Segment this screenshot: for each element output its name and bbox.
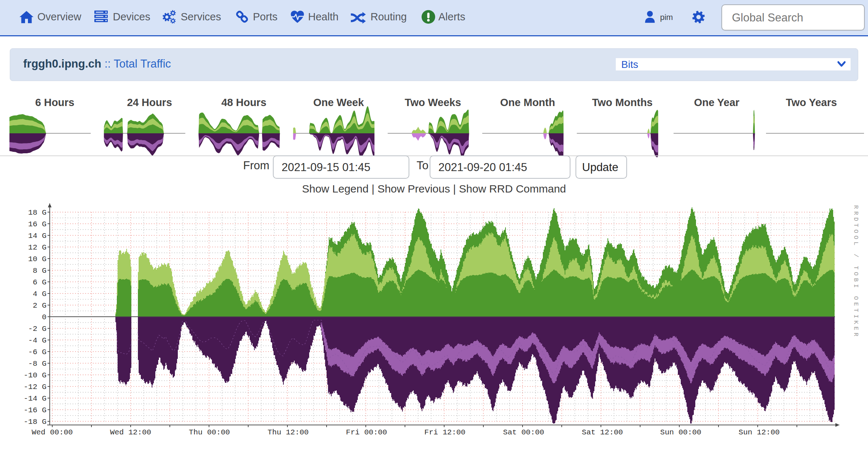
svg-text:One Year: One Year bbox=[694, 97, 739, 108]
svg-text:6 G: 6 G bbox=[33, 278, 46, 287]
svg-text:0: 0 bbox=[42, 313, 46, 321]
svg-text:4 G: 4 G bbox=[33, 290, 46, 298]
svg-text:Fri 12:00: Fri 12:00 bbox=[424, 428, 465, 437]
svg-text:Thu 00:00: Thu 00:00 bbox=[189, 428, 230, 437]
svg-text:8 G: 8 G bbox=[33, 267, 46, 275]
svg-text:-6 G: -6 G bbox=[28, 348, 46, 356]
svg-text:Wed 00:00: Wed 00:00 bbox=[32, 428, 73, 437]
svg-text:18 G: 18 G bbox=[28, 208, 46, 217]
svg-text:-2 G: -2 G bbox=[28, 325, 46, 333]
svg-text:Sun 12:00: Sun 12:00 bbox=[738, 428, 779, 437]
svg-text:Two Months: Two Months bbox=[592, 97, 653, 108]
svg-text:Thu 12:00: Thu 12:00 bbox=[267, 428, 308, 437]
svg-text:-8 G: -8 G bbox=[28, 360, 46, 368]
svg-text:Two Weeks: Two Weeks bbox=[405, 97, 461, 108]
svg-text:-14 G: -14 G bbox=[24, 394, 46, 403]
svg-text:Sun 00:00: Sun 00:00 bbox=[660, 428, 701, 437]
svg-text:-10 G: -10 G bbox=[24, 371, 46, 380]
svg-text:-12 G: -12 G bbox=[24, 383, 46, 391]
svg-text:2 G: 2 G bbox=[33, 301, 46, 310]
svg-text:16 G: 16 G bbox=[28, 220, 46, 228]
svg-text:Sat 12:00: Sat 12:00 bbox=[582, 428, 623, 437]
svg-text:6 Hours: 6 Hours bbox=[35, 97, 74, 108]
svg-text:10 G: 10 G bbox=[28, 255, 46, 263]
svg-text:48 Hours: 48 Hours bbox=[221, 97, 266, 108]
svg-text:14 G: 14 G bbox=[28, 232, 46, 240]
svg-text:-16 G: -16 G bbox=[24, 406, 46, 414]
svg-text:12 G: 12 G bbox=[28, 243, 46, 252]
svg-text:Wed 12:00: Wed 12:00 bbox=[110, 428, 151, 437]
svg-text:24 Hours: 24 Hours bbox=[127, 97, 172, 108]
svg-text:-4 G: -4 G bbox=[28, 336, 46, 345]
svg-text:Fri 00:00: Fri 00:00 bbox=[346, 428, 387, 437]
svg-text:One Month: One Month bbox=[500, 97, 555, 108]
svg-text:One Week: One Week bbox=[313, 97, 364, 108]
svg-text:-18 G: -18 G bbox=[24, 418, 46, 426]
svg-text:Two Years: Two Years bbox=[786, 97, 837, 108]
svg-text:Sat 00:00: Sat 00:00 bbox=[503, 428, 544, 437]
svg-text:RRDTOOL / TOBI OETIKER: RRDTOOL / TOBI OETIKER bbox=[852, 205, 859, 339]
